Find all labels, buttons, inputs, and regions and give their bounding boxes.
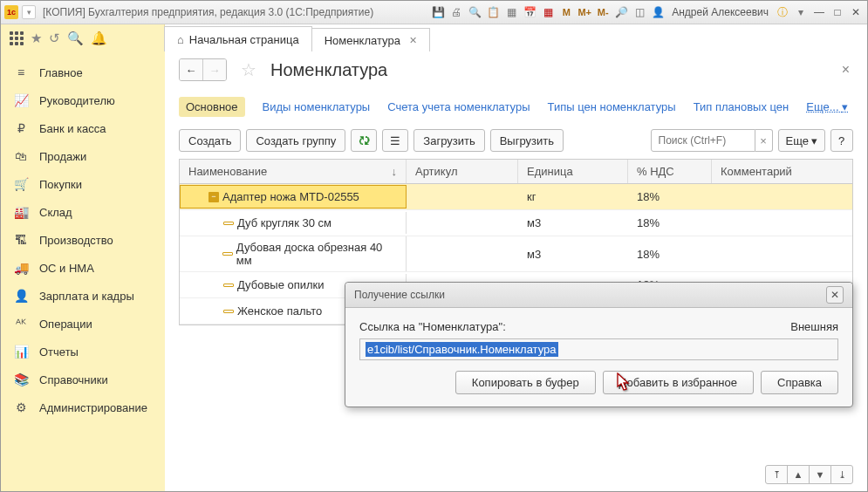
row-comment — [712, 193, 852, 202]
sidebar-item-11[interactable]: 📚Справочники — [1, 366, 165, 393]
user-icon[interactable]: 👤 — [650, 4, 666, 20]
search-icon[interactable]: 🔍 — [67, 31, 84, 46]
create-group-button[interactable]: Создать группу — [246, 129, 345, 152]
dialog-favorite-button[interactable]: Добавить в избранное — [603, 371, 754, 394]
window-title: [КОПИЯ] Бухгалтерия предприятия, редакци… — [43, 6, 373, 18]
row-name: Женское пальто — [237, 304, 322, 318]
tab-nomenclature[interactable]: Номенклатура✕ — [311, 28, 430, 53]
toolbar: Создать Создать группу 🗘 ☰ Загрузить Выг… — [165, 122, 867, 159]
sidebar-item-label: Главное — [39, 66, 83, 79]
copy-icon[interactable]: 📋 — [485, 4, 501, 20]
search-clear-button[interactable]: × — [755, 129, 773, 152]
dialog-link-input[interactable]: e1cib/list/Справочник.Номенклатура — [359, 338, 838, 360]
sub-tab-2[interactable]: Счета учета номенклатуры — [387, 100, 530, 113]
row-vat: 18% — [628, 186, 712, 208]
folder-collapse-icon[interactable]: − — [208, 192, 219, 202]
info-dropdown[interactable]: ▾ — [793, 4, 809, 20]
history-icon[interactable]: ↺ — [49, 31, 60, 46]
tab-home[interactable]: ⌂Начальная страница — [164, 26, 312, 52]
create-button[interactable]: Создать — [179, 129, 241, 152]
date-icon[interactable]: ▦ — [540, 4, 556, 20]
minimize-button[interactable]: — — [811, 4, 827, 20]
list-button[interactable]: ☰ — [382, 129, 408, 152]
sidebar-icon: ≡ — [13, 65, 29, 79]
dialog-help-button[interactable]: Справка — [761, 371, 838, 394]
nav-last-button[interactable]: ⤓ — [830, 465, 853, 484]
sidebar-item-6[interactable]: 🏗Производство — [1, 226, 165, 254]
refresh-button[interactable]: 🗘 — [351, 129, 377, 152]
help-button[interactable]: ? — [830, 129, 853, 152]
sub-tab-0[interactable]: Основное — [179, 97, 245, 117]
col-comment[interactable]: Комментарий — [712, 160, 852, 183]
sidebar-item-10[interactable]: 📊Отчеты — [1, 338, 165, 366]
favorite-icon[interactable]: ★ — [31, 31, 42, 46]
table-row[interactable]: −Адаптер ножа MTD-02555кг18% — [180, 184, 852, 210]
calendar-icon[interactable]: 📅 — [522, 4, 537, 20]
sidebar-item-7[interactable]: 🚚ОС и НМА — [1, 254, 165, 282]
nav-up-button[interactable]: ▲ — [787, 465, 810, 484]
sidebar-item-3[interactable]: 🛍Продажи — [1, 142, 165, 170]
print-icon[interactable]: 🖨 — [448, 4, 464, 20]
dialog-titlebar[interactable]: Получение ссылки ✕ — [345, 283, 852, 308]
tab-close-icon[interactable]: ✕ — [409, 35, 417, 46]
zoom-icon[interactable]: 🔎 — [613, 4, 629, 20]
row-vat: 18% — [628, 243, 712, 265]
sub-tab-1[interactable]: Виды номенклатуры — [263, 100, 371, 113]
m-plus-icon[interactable]: M+ — [577, 4, 592, 20]
col-name[interactable]: Наименование↓ — [180, 160, 407, 183]
table-row[interactable]: Дубовая доска обрезная 40 ммм318% — [180, 236, 852, 272]
more-button[interactable]: Еще▾ — [778, 129, 825, 152]
dialog-copy-button[interactable]: Копировать в буфер — [455, 371, 596, 394]
preview-icon[interactable]: 🔍 — [467, 4, 482, 20]
load-button[interactable]: Загрузить — [413, 129, 484, 152]
col-article[interactable]: Артикул — [407, 160, 518, 183]
sidebar-item-9[interactable]: ᴬᴷОперации — [1, 310, 165, 338]
nav-first-button[interactable]: ⤒ — [765, 465, 788, 484]
maximize-button[interactable]: □ — [830, 4, 845, 20]
dialog-close-button[interactable]: ✕ — [826, 286, 844, 304]
nav-down-button[interactable]: ▼ — [809, 465, 831, 484]
favorite-star-icon[interactable]: ☆ — [241, 59, 256, 80]
refresh-icon: 🗘 — [359, 134, 370, 147]
titlebar-dropdown[interactable]: ▾ — [22, 5, 36, 19]
grid-icon[interactable]: ▦ — [503, 4, 519, 20]
m-icon[interactable]: M — [558, 4, 574, 20]
dialog-label: Ссылка на "Номенклатура": — [359, 320, 506, 333]
sub-tab-3[interactable]: Типы цен номенклатуры — [548, 100, 676, 113]
row-comment — [712, 219, 852, 228]
sidebar-item-12[interactable]: ⚙Администрирование — [1, 393, 165, 421]
nav-back-button[interactable]: ← — [180, 59, 203, 80]
col-unit[interactable]: Единица — [518, 160, 628, 183]
sidebar-item-0[interactable]: ≡Главное — [1, 58, 165, 86]
dialog-link-value: e1cib/list/Справочник.Номенклатура — [366, 342, 558, 357]
sidebar-item-4[interactable]: 🛒Покупки — [1, 170, 165, 198]
save-icon[interactable]: 💾 — [430, 4, 446, 20]
bell-icon[interactable]: 🔔 — [91, 31, 107, 46]
panel-icon[interactable]: ◫ — [632, 4, 647, 20]
unload-button[interactable]: Выгрузить — [490, 129, 564, 152]
user-name[interactable]: Андрей Алексеевич — [668, 6, 772, 18]
row-unit: кг — [518, 186, 628, 208]
sidebar-item-2[interactable]: ₽Банк и касса — [1, 114, 165, 142]
m-minus-icon[interactable]: M- — [595, 4, 611, 20]
sidebar-item-5[interactable]: 🏭Склад — [1, 198, 165, 226]
sidebar-icon: 📚 — [13, 372, 29, 386]
sidebar-item-label: Банк и касса — [39, 122, 106, 135]
page-close-icon[interactable]: × — [838, 60, 853, 79]
sidebar-item-8[interactable]: 👤Зарплата и кадры — [1, 282, 165, 310]
nav-history-buttons: ← → — [179, 58, 227, 81]
apps-grid-icon[interactable] — [10, 31, 24, 45]
close-button[interactable]: ✕ — [848, 4, 864, 20]
page-title: Номенклатура — [270, 60, 387, 80]
sub-tab-more[interactable]: Еще... ▾ — [806, 100, 848, 113]
search-input[interactable] — [651, 129, 755, 152]
window-titlebar: 1c ▾ [КОПИЯ] Бухгалтерия предприятия, ре… — [1, 1, 867, 24]
sidebar-icon: ⚙ — [13, 400, 29, 414]
col-vat[interactable]: % НДС — [628, 160, 712, 183]
nav-forward-button[interactable]: → — [203, 59, 226, 80]
sub-tab-4[interactable]: Тип плановых цен — [694, 100, 789, 113]
table-row[interactable]: Дуб кругляк 30 смм318% — [180, 210, 852, 236]
sidebar-item-1[interactable]: 📈Руководителю — [1, 86, 165, 114]
info-icon[interactable]: ⓘ — [775, 4, 790, 20]
row-name: Дубовая доска обрезная 40 мм — [236, 241, 397, 267]
